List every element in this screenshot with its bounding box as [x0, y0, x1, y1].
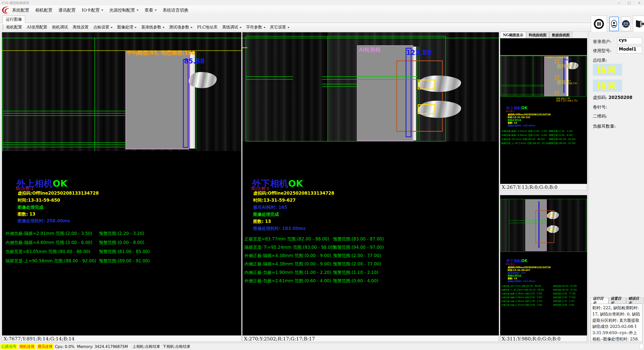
- measurement-row: 内侧正极-负极=1.90mm 范围:(1.00 - 2.20): [501, 300, 542, 303]
- ng-thumbnail-upper[interactable]: 平均阈值:93, 动态阈值:100 85.88 亮度 面积:1.226 宽度:1…: [500, 38, 587, 184]
- reference-line: [533, 56, 533, 97]
- menu-system-config[interactable]: 系统配置: [12, 7, 29, 13]
- login-user-field[interactable]: cys: [617, 37, 642, 44]
- reference-line: [196, 52, 196, 149]
- measurement-warn: 预警范围:(83.00 - 87.00): [333, 236, 384, 242]
- sidebar: 登录用户: cys 使用型号: Model1 总结果: 结果 结果 虚拟码: 2…: [588, 32, 644, 343]
- measurement-warn: 预警范围:(2.00 - 77.00): [333, 261, 381, 267]
- tab-ng-screenshot[interactable]: NG截图显示: [500, 32, 526, 38]
- tool-char-params[interactable]: 字符参数: [246, 25, 266, 30]
- separator-strip: [566, 56, 568, 96]
- user-manage-button[interactable]: [621, 17, 631, 31]
- ng-thumbnail-lower[interactable]: 外下相机OK NG次数:0 虚拟码:Offline202502081331347…: [500, 195, 587, 335]
- login-user-label: 登录用户:: [593, 39, 611, 45]
- minimize-icon[interactable]: —: [617, 1, 621, 5]
- app-window: CYS-视觉检测系统 — □ × 系统配置 相机配置 通讯配置 IO卡配置 光源…: [0, 0, 644, 350]
- tool-spot-check[interactable]: 点检设置: [93, 25, 113, 30]
- resize-grip[interactable]: [639, 344, 643, 349]
- pause-button[interactable]: [591, 16, 607, 32]
- maximize-icon[interactable]: □: [627, 1, 631, 5]
- ng-thumbnail-lower-coords-bar: X:311;Y:980;R:0;G:0;B:0: [500, 335, 587, 342]
- defect-label: 宽度:1.775 高度:2.14: [557, 66, 577, 69]
- chevron-down-icon: [155, 10, 157, 12]
- measurement-row: 外侧正极-负极=2.61mm 范围:(0.60 - 4.00): [501, 304, 542, 306]
- measure-box: [183, 59, 188, 148]
- result-badge-lower: 结果: [593, 80, 622, 92]
- reference-line: [509, 199, 509, 252]
- tool-test-item-params[interactable]: 测试项参数: [169, 25, 192, 30]
- tool-camera-debug[interactable]: 相机调试: [52, 25, 68, 30]
- measure-line: [322, 84, 357, 84]
- status-bar: 心跳信号 相机连接 通讯连接 Cpu: 0.0% Memory: 3424.41…: [0, 343, 644, 350]
- tool-baseline-params[interactable]: 基准线参数: [141, 25, 165, 30]
- tool-other-settings[interactable]: 其它设置: [270, 25, 289, 30]
- toolbar-grip-handle[interactable]: [3, 25, 4, 30]
- measurement-warn: 预警范围:(0.60 - 4.00): [553, 304, 574, 306]
- reference-line: [2, 38, 241, 38]
- tab-settings-log[interactable]: 设置日志: [608, 298, 626, 304]
- virtual-code-line: 虚拟码:Offline20250208133134728: [253, 190, 334, 196]
- menu-io-card-config[interactable]: IO卡配置: [82, 7, 103, 13]
- heartbeat-status-badge: 心跳信号: [1, 344, 17, 349]
- upper-camera-view[interactable]: 85.88 平均阈值:93, 动态阈值:100 外上相机OK NG次数:1 虚拟…: [2, 32, 241, 335]
- menu-bar: 系统配置 相机配置 通讯配置 IO卡配置 光源控制配置 查看 系统语言切换: [0, 6, 644, 15]
- measure-line: [3, 142, 126, 143]
- tab-data-curve[interactable]: 数据曲线图: [549, 32, 572, 38]
- measure-line: [3, 113, 126, 114]
- frame-count-line: 图数: 13: [253, 219, 271, 224]
- run-log-content[interactable]: 耗时: 222, 缺陷检测耗时: 17, 缺陷分类耗时: 0, 缺陷提取分区耗时…: [591, 304, 642, 342]
- measurement-row: 负极宽度=83.2mm 范围:(80.00 - 86.00): [501, 138, 545, 141]
- measure-line: [501, 94, 544, 94]
- frame-count-line: 图数: 13: [18, 211, 35, 217]
- reference-line: [500, 55, 587, 56]
- tool-camera-config[interactable]: 相机配置: [6, 25, 22, 30]
- tool-plc-address-lib[interactable]: PLC地址库: [197, 25, 218, 30]
- measurement-warn: 预警范围:(0.60 - 4.00): [333, 278, 378, 284]
- lower-camera-view[interactable]: AI检测框 123.80 外下相机OK NG次数:0 虚拟码:Offline20…: [242, 32, 499, 335]
- tab-run-image[interactable]: 运行图像: [3, 16, 25, 23]
- tab-line-curve[interactable]: 料线曲线图: [526, 32, 549, 38]
- user-login-button[interactable]: [609, 17, 619, 31]
- tab-error-log[interactable]: 错误日志: [626, 298, 644, 304]
- title-bar: CYS-视觉检测系统 — □ ×: [0, 0, 644, 6]
- measurement-warn: 预警范围:(0.00 - 8.00): [99, 240, 144, 246]
- tool-image-processing[interactable]: 图像处理: [117, 25, 137, 30]
- tool-offline-settings[interactable]: 离线设置: [73, 25, 89, 30]
- menu-view[interactable]: 查看: [145, 7, 157, 13]
- measure-line: [246, 79, 293, 80]
- tab-run-log[interactable]: 运行日志: [591, 298, 608, 304]
- pause-icon: [594, 19, 604, 29]
- tool-offline-debug[interactable]: 离线调试: [222, 25, 242, 30]
- process-done-line: 图像处理完成: [253, 212, 279, 217]
- total-result-label: 总结果:: [593, 57, 607, 63]
- measurement-warn: 预警范围:(83.00 - 87.00): [553, 285, 577, 288]
- tab-detect-box: [547, 214, 553, 218]
- measurement-warn: 预警范围:(94.00 - 97.00): [553, 289, 577, 291]
- measurement-row: 隔膜宽度-下=95.24mm 范围:(93.00 - 98.00): [501, 289, 544, 291]
- menu-comm-config[interactable]: 通讯配置: [58, 7, 76, 13]
- comm-link-status-badge: 通讯连接: [37, 344, 53, 349]
- measure-line: [322, 79, 418, 80]
- lower-camera-coords-bar: X:270;Y:2502;R:17;G:17;B:17: [242, 335, 499, 342]
- virtual-code-value: 20250208: [608, 95, 632, 100]
- measure-line: [501, 96, 544, 96]
- close-icon[interactable]: ×: [637, 1, 641, 5]
- measurement-row: 内侧正极-隔膜=4.38mm 范围:(0.00 - 9.00): [244, 261, 331, 267]
- measure-value: 85.88: [184, 57, 205, 65]
- reference-line: [94, 38, 95, 151]
- toolbar: 相机配置 AI使用配置 相机调试 离线设置 点检设置 图像处理 基准线参数 测试…: [0, 23, 644, 32]
- model-field[interactable]: Model1: [617, 46, 642, 53]
- virtual-code-line: 虚拟码:Offline20250208133134728: [18, 190, 99, 196]
- tool-ai-use-config[interactable]: AI使用配置: [27, 25, 47, 30]
- exit-button[interactable]: [633, 16, 644, 32]
- chevron-down-icon: [101, 10, 103, 12]
- chevron-down-icon: [137, 10, 139, 12]
- menu-light-control-config[interactable]: 光源控制配置: [109, 7, 139, 13]
- result-badge-upper: 结果: [593, 64, 622, 76]
- measurement-warn: 预警范围:(89.00 - 91.00): [549, 142, 576, 145]
- menu-language-switch[interactable]: 系统语言切换: [163, 7, 188, 13]
- measure-line: [501, 86, 544, 86]
- process-time-line: 图像处理耗时: 258.00ms: [18, 218, 70, 224]
- menu-camera-config[interactable]: 相机配置: [35, 7, 52, 13]
- qr-code-label: 二维码:: [593, 113, 607, 119]
